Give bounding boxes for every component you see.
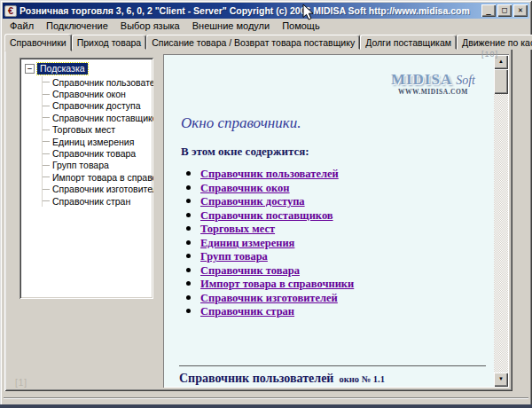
- link-manufacturers[interactable]: Справочник изготовителей: [200, 292, 338, 304]
- scrollbar-thumb[interactable]: [494, 69, 508, 94]
- tree-connector: [43, 117, 50, 118]
- tree-item-label: Справочник доступа: [52, 100, 141, 111]
- close-button[interactable]: ✕: [513, 4, 528, 17]
- help-footer: Справочник пользователейокно № 1.1: [179, 370, 385, 386]
- tree-connector: [43, 177, 50, 177]
- page-marker-top: [10]: [481, 50, 498, 59]
- tree-item-units[interactable]: Единиц измерения: [43, 136, 150, 147]
- tab-writeoff-return[interactable]: Списание товара / Возврат товара поставщ…: [146, 35, 360, 50]
- footer-note: окно № 1.1: [339, 374, 385, 384]
- title-bar[interactable]: € Розничная торговля 3, 6, 0, 2 "Client …: [3, 3, 529, 19]
- tab-cash-movement[interactable]: Движение по кассе: [457, 35, 532, 50]
- help-topics-tree: − Подсказка Справочник пользователей Спр…: [20, 58, 153, 299]
- tree-item-access[interactable]: Справочник доступа: [43, 100, 150, 112]
- link-windows[interactable]: Справочник окон: [200, 182, 290, 194]
- scroll-down-button[interactable]: ▼: [494, 373, 508, 387]
- tree-root-row[interactable]: − Подсказка: [25, 63, 150, 75]
- list-item: Справочник окон: [200, 181, 354, 195]
- tab-page-directories: [10] [1] − Подсказка Справочник пользова…: [4, 48, 512, 391]
- page-marker-bottom: [1]: [15, 378, 27, 388]
- menu-help[interactable]: Помощь: [276, 20, 326, 33]
- tree-connector: [43, 94, 50, 95]
- list-item: Импорт товара в справочники: [200, 277, 354, 291]
- list-item: Единиц измерения: [200, 236, 354, 250]
- window-controls: _ □ ✕: [481, 4, 528, 17]
- tree-item-trade-places[interactable]: Торговых мест: [43, 124, 150, 136]
- link-import[interactable]: Импорт товара в справочники: [200, 278, 354, 290]
- menu-file[interactable]: Файл: [4, 20, 40, 33]
- midisa-logo: MIDISA Soft WWW.MIDISA.COM: [391, 72, 475, 96]
- list-item: Справочник пользователей: [200, 167, 354, 181]
- tree-connector: [43, 200, 50, 201]
- minimize-button[interactable]: _: [481, 4, 496, 17]
- menu-external-modules[interactable]: Внешние модули: [186, 20, 276, 33]
- link-trade-places[interactable]: Торговых мест: [200, 223, 275, 235]
- scroll-down-icon: ▼: [498, 376, 504, 381]
- link-goods[interactable]: Справочник товара: [200, 264, 300, 277]
- maximize-icon: □: [502, 5, 506, 14]
- logo-suffix: Soft: [456, 74, 475, 87]
- tree-root-label[interactable]: Подсказка: [37, 63, 88, 75]
- link-units[interactable]: Единиц измерения: [200, 237, 294, 249]
- tree-collapse-icon[interactable]: −: [25, 64, 35, 74]
- list-item: Торговых мест: [200, 222, 354, 236]
- link-suppliers[interactable]: Справочник поставщиков: [200, 209, 333, 222]
- tree-item-label: Справочник стран: [52, 196, 130, 207]
- app-window: € Розничная торговля 3, 6, 0, 2 "Client …: [0, 0, 532, 408]
- tree-connector: [43, 141, 50, 142]
- tab-supplier-debts[interactable]: Долги поставщикам: [360, 35, 457, 50]
- tree-item-manufacturers[interactable]: Справочник изготовителей: [43, 184, 150, 195]
- app-icon: €: [4, 5, 17, 17]
- tree-item-countries[interactable]: Справочник стран: [43, 195, 150, 207]
- tree-connector: [43, 82, 50, 82]
- tree-item-suppliers[interactable]: Справочник поставщиков: [43, 112, 150, 123]
- tree-connector: [43, 153, 50, 154]
- help-links-list: Справочник пользователей Справочник окон…: [184, 167, 354, 318]
- help-intro: В этом окне содержится:: [181, 145, 309, 159]
- minimize-icon: _: [486, 6, 490, 15]
- status-bar-divider: [4, 397, 528, 399]
- tab-directories[interactable]: Справочники: [4, 34, 72, 51]
- tree-item-label: Торговых мест: [52, 124, 115, 135]
- logo-url: WWW.MIDISA.COM: [391, 89, 475, 96]
- tree-item-import[interactable]: Импорт товара в справочники: [43, 171, 150, 183]
- menu-connection[interactable]: Подключение: [40, 20, 114, 33]
- help-heading: Окно справочники.: [181, 114, 301, 132]
- tree-item-users[interactable]: Справочник пользователей: [43, 76, 150, 88]
- tree-children: Справочник пользователей Справочник окон…: [42, 76, 150, 207]
- close-icon: ✕: [518, 5, 522, 14]
- tree-item-label: Справочник окон: [52, 89, 126, 99]
- list-item: Справочник доступа: [200, 194, 354, 208]
- tree-connector: [43, 129, 50, 130]
- list-item: Справочник товара: [200, 263, 354, 278]
- tree-connector: [43, 106, 50, 106]
- menu-bar: Файл Подключение Выбор языка Внешние мод…: [4, 20, 528, 33]
- link-goods-groups[interactable]: Групп товара: [200, 250, 268, 263]
- link-users[interactable]: Справочник пользователей: [200, 168, 339, 180]
- tree-item-label: Групп товара: [52, 160, 109, 170]
- footer-heading: Справочник пользователей: [179, 372, 333, 385]
- list-item: Справочник поставщиков: [200, 208, 354, 223]
- tree-item-label: Единиц измерения: [52, 137, 134, 147]
- logo-name: MIDISA: [391, 71, 452, 88]
- link-countries[interactable]: Справочник стран: [200, 305, 294, 318]
- tree-item-windows[interactable]: Справочник окон: [43, 88, 150, 99]
- tree-item-label: Импорт товара в справочники: [52, 172, 153, 183]
- help-content-panel: MIDISA Soft WWW.MIDISA.COM Окно справочн…: [163, 54, 509, 388]
- scroll-up-icon: ▲: [498, 59, 504, 64]
- maximize-button[interactable]: □: [497, 4, 512, 17]
- window-bottom-edge: [0, 404, 532, 408]
- tree-item-goods-groups[interactable]: Групп товара: [43, 160, 150, 171]
- tree-connector: [43, 189, 50, 190]
- tab-goods-arrival[interactable]: Приход товара: [72, 35, 147, 50]
- menu-language[interactable]: Выбор языка: [114, 20, 186, 33]
- vertical-scrollbar[interactable]: ▲ ▼: [494, 55, 508, 387]
- list-item: Справочник изготовителей: [200, 291, 354, 305]
- tree-item-label: Справочник пользователей: [52, 77, 153, 88]
- tree-connector: [43, 165, 50, 166]
- list-item: Групп товара: [200, 249, 354, 263]
- list-item: Справочник стран: [200, 304, 354, 318]
- tree-item-label: Справочник изготовителей: [52, 184, 153, 194]
- tree-item-goods[interactable]: Справочник товара: [43, 147, 150, 159]
- link-access[interactable]: Справочник доступа: [200, 195, 305, 208]
